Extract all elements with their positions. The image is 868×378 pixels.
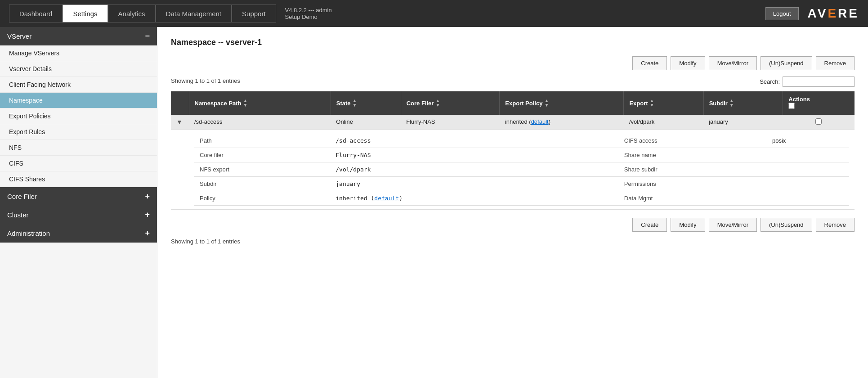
sidebar-item-vserver-details[interactable]: Vserver Details: [0, 61, 157, 77]
sidebar-section-administration[interactable]: Administration +: [0, 224, 157, 243]
export-policy-cell: inherited (default): [500, 115, 624, 130]
expand-arrow-icon[interactable]: ▼: [176, 118, 183, 126]
sidebar-item-export-rules[interactable]: Export Rules: [0, 124, 157, 140]
detail-row-nfs-export: NFS export /vol/dpark Share subdir: [194, 162, 849, 177]
nav-tabs: Dashboard Settings Analytics Data Manage…: [9, 4, 332, 22]
tab-data-management[interactable]: Data Management: [156, 4, 232, 22]
detail-cell: Path /sd-access CIFS access posix Core f…: [189, 130, 855, 210]
export-policy-link[interactable]: default: [531, 118, 549, 125]
th-namespace-path: Namespace Path ▲▼: [189, 91, 331, 115]
tab-support[interactable]: Support: [232, 4, 276, 22]
plus-icon-cluster: +: [145, 210, 150, 220]
detail-row-path: Path /sd-access CIFS access posix: [194, 134, 849, 148]
top-bar-right: Logout AVERE: [765, 6, 859, 21]
sidebar-section-vserver[interactable]: VServer −: [0, 27, 157, 45]
table-row: ▼ /sd-access Online Flurry-NAS inherited…: [171, 115, 855, 130]
move-mirror-button-top[interactable]: Move/Mirror: [709, 56, 757, 70]
sidebar-section-core-filer[interactable]: Core Filer +: [0, 187, 157, 206]
detail-policy-link[interactable]: default: [374, 195, 399, 202]
namespace-path-cell: /sd-access: [189, 115, 331, 130]
entries-info-top: Showing 1 to 1 of 1 entries: [171, 77, 240, 84]
sidebar-section-administration-label: Administration: [7, 230, 50, 237]
actions-checkbox-cell: [783, 115, 855, 130]
modify-button-top[interactable]: Modify: [671, 56, 705, 70]
plus-icon-core-filer: +: [145, 192, 150, 201]
minus-icon: −: [145, 32, 150, 41]
sidebar-item-manage-vservers[interactable]: Manage VServers: [0, 45, 157, 61]
tab-dashboard[interactable]: Dashboard: [9, 4, 63, 22]
sidebar-item-nfs[interactable]: NFS: [0, 140, 157, 156]
table-header-row: Namespace Path ▲▼ State ▲▼ Core Filer: [171, 91, 855, 115]
th-subdir: Subdir ▲▼: [703, 91, 783, 115]
select-all-checkbox[interactable]: [788, 103, 795, 109]
sidebar-item-export-policies[interactable]: Export Policies: [0, 108, 157, 124]
table-detail-row: Path /sd-access CIFS access posix Core f…: [171, 130, 855, 210]
th-export-policy: Export Policy ▲▼: [500, 91, 624, 115]
search-row: Search:: [760, 76, 855, 87]
version-info: V4.8.2.2 --- admin Setup Demo: [285, 7, 332, 20]
sidebar-section-core-filer-label: Core Filer: [7, 193, 37, 200]
tab-analytics[interactable]: Analytics: [108, 4, 156, 22]
th-expand: [171, 91, 189, 115]
move-mirror-button-bottom[interactable]: Move/Mirror: [709, 218, 757, 232]
row-checkbox[interactable]: [815, 118, 822, 125]
sidebar-item-client-facing-network[interactable]: Client Facing Network: [0, 77, 157, 93]
sidebar-item-cifs-shares[interactable]: CIFS Shares: [0, 171, 157, 187]
modify-button-bottom[interactable]: Modify: [671, 218, 705, 232]
sidebar: VServer − Manage VServers Vserver Detail…: [0, 27, 157, 378]
export-cell: /vol/dpark: [624, 115, 703, 130]
plus-icon-administration: +: [145, 229, 150, 238]
sidebar-section-vserver-label: VServer: [7, 32, 31, 40]
expand-cell: ▼: [171, 115, 189, 130]
th-state: State ▲▼: [331, 91, 401, 115]
detail-table: Path /sd-access CIFS access posix Core f…: [194, 134, 849, 206]
create-button-top[interactable]: Create: [632, 56, 667, 70]
detail-row-subdir: Subdir january Permissions: [194, 177, 849, 191]
content-area: Namespace -- vserver-1 Create Modify Mov…: [157, 27, 868, 378]
sidebar-item-namespace[interactable]: Namespace: [0, 93, 157, 108]
sidebar-section-cluster-label: Cluster: [7, 211, 29, 219]
setup-demo-text: Setup Demo: [285, 14, 332, 20]
detail-row-policy: Policy inherited (default) Data Mgmt: [194, 191, 849, 206]
sidebar-section-cluster[interactable]: Cluster +: [0, 206, 157, 224]
avere-logo: AVERE: [808, 6, 859, 21]
core-filer-cell: Flurry-NAS: [401, 115, 500, 130]
search-input[interactable]: [783, 76, 855, 87]
bottom-action-bar: Create Modify Move/Mirror (Un)Suspend Re…: [171, 218, 855, 232]
th-actions: Actions: [783, 91, 855, 115]
version-text: V4.8.2.2 --- admin: [285, 7, 332, 14]
th-core-filer: Core Filer ▲▼: [401, 91, 500, 115]
detail-row-core-filer: Core filer Flurry-NAS Share name: [194, 148, 849, 162]
main-layout: VServer − Manage VServers Vserver Detail…: [0, 27, 868, 378]
page-title: Namespace -- vserver-1: [171, 38, 855, 47]
top-bar: Dashboard Settings Analytics Data Manage…: [0, 0, 868, 27]
search-label: Search:: [760, 78, 780, 85]
entries-info-bottom: Showing 1 to 1 of 1 entries: [171, 238, 855, 245]
remove-button-bottom[interactable]: Remove: [816, 218, 855, 232]
sidebar-item-cifs[interactable]: CIFS: [0, 156, 157, 171]
subdir-cell: january: [703, 115, 783, 130]
create-button-bottom[interactable]: Create: [632, 218, 667, 232]
namespace-table: Namespace Path ▲▼ State ▲▼ Core Filer: [171, 91, 855, 210]
logout-button[interactable]: Logout: [765, 7, 799, 20]
remove-button-top[interactable]: Remove: [816, 56, 855, 70]
state-cell: Online: [331, 115, 401, 130]
th-export: Export ▲▼: [624, 91, 703, 115]
sidebar-vserver-items: Manage VServers Vserver Details Client F…: [0, 45, 157, 187]
unsuspend-button-top[interactable]: (Un)Suspend: [761, 56, 812, 70]
unsuspend-button-bottom[interactable]: (Un)Suspend: [761, 218, 812, 232]
tab-settings[interactable]: Settings: [63, 4, 107, 22]
top-action-bar: Create Modify Move/Mirror (Un)Suspend Re…: [171, 56, 855, 70]
